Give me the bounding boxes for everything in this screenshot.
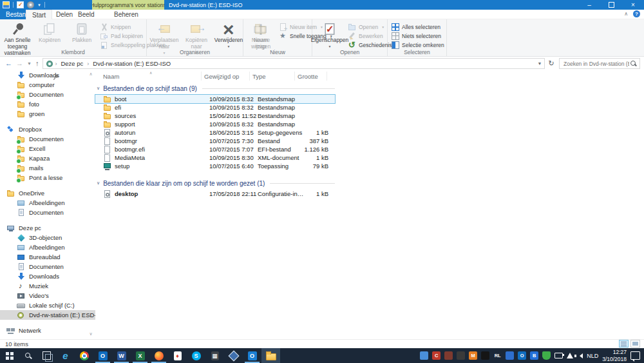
tray-bluetooth-icon[interactable]: B	[530, 351, 538, 360]
tray-volume-icon[interactable]	[580, 353, 583, 358]
drive-tools-tab[interactable]: Hulpprogramma's voor stations	[92, 0, 164, 10]
address-breadcrumb-box[interactable]: › Deze pc › Dvd-rw-station (E:) ESD-ISO …	[43, 58, 545, 69]
ribbon-collapse-icon[interactable]: ∧	[624, 11, 628, 17]
eigenschappen-button[interactable]: Eigenschappen▼	[314, 21, 346, 49]
qat-customize-caret[interactable]: ▼	[37, 3, 41, 7]
taskbar-edge-button[interactable]: e	[56, 348, 75, 363]
details-view-button[interactable]	[619, 340, 629, 348]
file-row-autorun[interactable]: autorun18/06/2015 3:15Setup-gegevens1 kB	[95, 128, 335, 137]
help-icon[interactable]: ?	[633, 10, 640, 17]
sidebar-item-lokale-schijf-c[interactable]: Lokale schijf (C:)	[0, 300, 95, 310]
sidebar-item-3d-objecten[interactable]: 3D-objecten	[0, 233, 95, 242]
tray-app-3-icon[interactable]	[444, 351, 453, 360]
file-row-mediameta[interactable]: MediaMeta10/09/2015 8:30XML-document1 kB	[95, 153, 335, 162]
sidebar-item-afbeeldingen[interactable]: Afbeeldingen	[0, 198, 95, 208]
taskbar-outlook-2-button[interactable]: O	[243, 348, 261, 363]
file-row-sources[interactable]: sources15/06/2016 11:52Bestandsmap	[95, 112, 335, 120]
sidebar-item-groen[interactable]: groen	[0, 109, 95, 119]
taskbar-start-button[interactable]	[0, 348, 19, 363]
sidebar-item-foto[interactable]: foto	[0, 99, 95, 109]
clock[interactable]: 12:273/10/2018	[602, 349, 627, 362]
sidebar-item-dropbox[interactable]: Dropbox	[0, 124, 95, 134]
sidebar-item-documenten[interactable]: Documenten	[0, 90, 95, 99]
taskbar-search-button[interactable]	[19, 348, 37, 363]
tray-app-7-icon[interactable]: RL	[493, 351, 502, 360]
sidebar-item-muziek[interactable]: Muziek	[0, 281, 95, 291]
search-input[interactable]	[560, 61, 630, 67]
alles-selecteren-button[interactable]: Alles selecteren	[389, 23, 446, 31]
language-indicator[interactable]: NLD	[587, 353, 598, 359]
refresh-icon[interactable]: ↻	[546, 59, 556, 68]
sidebar-item-afbeeldingen[interactable]: Afbeeldingen	[0, 242, 95, 252]
column-header-type[interactable]: Type	[250, 72, 295, 81]
tray-app-6-icon[interactable]	[481, 351, 489, 360]
sidebar-item-bureaublad[interactable]: Bureaublad	[0, 252, 95, 262]
tray-defender-icon[interactable]	[542, 351, 551, 360]
taskbar-task-view-button[interactable]	[37, 348, 56, 363]
restore-button[interactable]	[600, 0, 622, 10]
column-header-grootte[interactable]: Grootte	[295, 72, 327, 81]
tray-outlook-icon[interactable]: O	[518, 351, 526, 360]
sidebar-item-onedrive[interactable]: OneDrive	[0, 188, 95, 198]
file-row-desktop[interactable]: desktop17/05/2018 22:11Configuratie-inst…	[95, 190, 335, 198]
thumbnails-view-button[interactable]	[630, 340, 640, 348]
tray-battery-icon[interactable]	[554, 353, 563, 358]
sidebar-item-deze-pc[interactable]: Deze pc	[0, 223, 95, 233]
file-row-support[interactable]: support10/09/2015 8:32Bestandsmap	[95, 120, 335, 128]
back-button[interactable]: ←	[5, 60, 12, 67]
sidebar-item-mails[interactable]: mails	[0, 163, 95, 173]
taskbar-solitaire-button[interactable]: ♦	[168, 348, 187, 363]
breadcrumb-deze-pc[interactable]: Deze pc	[57, 60, 87, 67]
sidebar-item-documenten[interactable]: Documenten	[0, 134, 95, 144]
nieuwe-map-button[interactable]: Nieuwe map	[245, 21, 277, 51]
verwijderen-button[interactable]: Verwijderen▼	[213, 21, 245, 49]
tray-app-2-icon[interactable]: C	[432, 351, 440, 360]
up-button[interactable]: ↑	[35, 60, 39, 67]
sidebar-item-documenten[interactable]: Documenten	[0, 208, 95, 217]
forward-button[interactable]: →	[16, 60, 23, 67]
disc-quick-icon[interactable]	[27, 1, 34, 8]
kopi-ren-button[interactable]: Kopiëren	[33, 21, 66, 44]
sidebar-item-video-s[interactable]: Video's	[0, 291, 95, 300]
taskbar-chrome-button[interactable]	[75, 348, 93, 363]
sidebar-item-kapaza[interactable]: Kapaza	[0, 153, 95, 163]
chevron-down-icon[interactable]: ∨	[97, 181, 100, 186]
taskbar-firefox-button[interactable]	[149, 348, 168, 363]
file-row-boot[interactable]: boot10/09/2015 8:32Bestandsmap	[95, 95, 335, 103]
tray-app-4-icon[interactable]	[457, 351, 465, 360]
recent-locations-caret[interactable]: ▼	[27, 61, 32, 66]
address-dropdown-caret[interactable]: ▼	[535, 61, 544, 66]
taskbar-word-button[interactable]: W	[112, 348, 131, 363]
openen-button[interactable]: Openen▼	[346, 23, 394, 31]
search-box[interactable]	[559, 58, 640, 69]
sidebar-item-pont-a-lesse[interactable]: Pont a lesse	[0, 173, 95, 182]
group-header-1[interactable]: ∨Bestanden die op schijf staan (9)	[95, 84, 335, 93]
sidebar-item-excell[interactable]: Excell	[0, 144, 95, 153]
taskbar-virtualbox-button[interactable]	[224, 348, 243, 363]
column-header-naam[interactable]: Naam	[95, 72, 202, 81]
minimize-button[interactable]: –	[578, 0, 600, 10]
taskbar-skype-button[interactable]: S	[187, 348, 205, 363]
column-header-gewijzigd-op[interactable]: Gewijzigd op	[202, 72, 250, 81]
sidebar-item-downloads[interactable]: Downloads	[0, 271, 95, 281]
niets-selecteren-button[interactable]: Niets selecteren	[389, 32, 446, 40]
tab-beheren[interactable]: Beheren	[108, 10, 144, 19]
tray-network-icon[interactable]	[567, 353, 573, 358]
file-row-bootmgr[interactable]: bootmgr10/07/2015 7:30Bestand387 kB	[95, 137, 335, 145]
file-row-bootmgr-efi[interactable]: bootmgr.efi10/07/2015 7:07EFI-bestand1.1…	[95, 145, 335, 153]
properties-quick-icon[interactable]	[17, 1, 24, 8]
breadcrumb-drive[interactable]: Dvd-rw-station (E:) ESD-ISO	[89, 60, 175, 67]
sidebar-item-documenten[interactable]: Documenten	[0, 262, 95, 271]
selectie-omkeren-button[interactable]: Selectie omkeren	[389, 41, 446, 49]
sidebar-item-computer[interactable]: computer	[0, 80, 95, 90]
taskbar-excel-button[interactable]: X	[131, 348, 149, 363]
taskbar-outlook-button[interactable]: O	[93, 348, 112, 363]
tray-app-5-icon[interactable]: M	[469, 351, 477, 360]
chevron-down-icon[interactable]: ∨	[97, 86, 100, 91]
sidebar-item-netwerk[interactable]: Netwerk	[0, 326, 95, 335]
plakken-button[interactable]: Plakken	[66, 21, 98, 44]
group-header-2[interactable]: ∨Bestanden die klaar zijn om op schijf t…	[95, 179, 335, 188]
search-icon[interactable]	[630, 61, 637, 67]
bewerken-button[interactable]: Bewerken	[346, 32, 394, 40]
file-row-setup[interactable]: setup10/07/2015 6:40Toepassing79 kB	[95, 162, 335, 170]
